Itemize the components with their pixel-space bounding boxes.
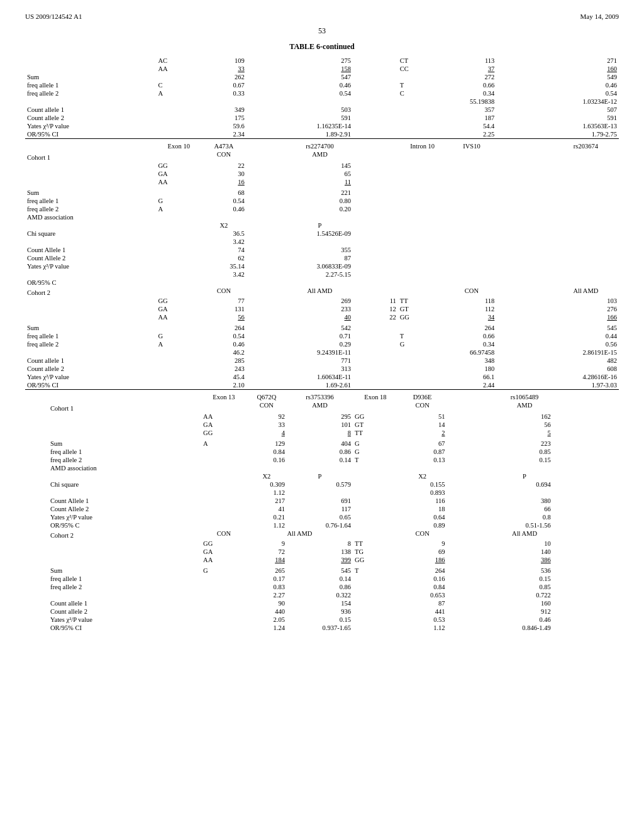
table-row: freq allele 2A 0.46 0.20 <box>25 205 619 213</box>
table-row: Sum 264 542 264 545 <box>25 324 619 332</box>
table-row: freq allele 2 0.16 0.14 T 0.13 0.15 <box>25 456 619 464</box>
table-row: Count Allele 1 74 355 <box>25 246 619 254</box>
table-row: GA 30 65 <box>25 170 619 178</box>
table-row: Sum A 129 404 G 67 223 <box>25 440 619 448</box>
table-row: Yates χ²/P value 0.21 0.65 0.64 0.8 <box>25 513 619 521</box>
table-row: OR/95% C <box>25 279 619 287</box>
table-row: OR/95% C 1.12 0.76-1.64 0.89 0.51-1.56 <box>25 521 619 529</box>
table-row: Count allele 1 285 771 348 482 <box>25 357 619 365</box>
table-row: Yates χ²/P value 2.05 0.15 0.53 0.46 <box>25 616 619 624</box>
table-row: Count Allele 2 62 87 <box>25 254 619 262</box>
table-row: Cohort 2 CON All AMD CON All AMD <box>25 529 619 540</box>
table-row: Sum 262 547 272 549 <box>25 73 619 81</box>
table-row: AC109 275 CT113 271 <box>25 57 619 65</box>
table-row: X2 P X2 P <box>25 472 619 480</box>
table-row: freq allele 2 A0.33 0.54 C0.34 0.54 <box>25 89 619 97</box>
table-row: AA 92 295 GG 51 162 <box>25 412 619 421</box>
table-row: AA33 158 CC37 160 <box>25 65 619 73</box>
table-row: OR/95% CI 1.24 0.937-1.65 1.12 0.846-1.4… <box>25 624 619 632</box>
table-row: GA 33 101 GT 14 56 <box>25 421 619 429</box>
table-row: 55.19838 1.03234E-12 <box>25 97 619 106</box>
table-row: freq allele 1 0.17 0.14 0.16 0.15 <box>25 575 619 583</box>
table-row: OR/95% CI 2.10 1.69-2.61 2.44 1.97-3.03 <box>25 381 619 390</box>
table-row: X2 P <box>25 221 619 230</box>
table-row: Cohort 1 CON AMD CON AMD <box>25 401 619 412</box>
table-row: Count allele 1 90 154 87 160 <box>25 599 619 607</box>
table-row: Cohort 2 CON All AMD CON All AMD <box>25 287 619 297</box>
table-row: AMD association <box>25 464 619 472</box>
page-header: US 2009/124542 A1 May 14, 2009 <box>25 13 619 20</box>
table-title: TABLE 6-continued <box>25 42 619 52</box>
table-row: AMD association <box>25 213 619 221</box>
table-row: freq allele 1G 0.54 0.71 T 0.66 0.44 <box>25 332 619 340</box>
table-row: GG 77 269 11 TT 118 103 <box>25 297 619 305</box>
table-row: Count allele 2 243 313 180 608 <box>25 365 619 373</box>
table-row: OR/95% CI 2.34 1.89-2.91 2.25 1.79-2.75 <box>25 130 619 139</box>
table-row: AA 16 11 <box>25 178 619 186</box>
table-row: Sum 68 221 <box>25 189 619 197</box>
table-row: freq allele 1 0.84 0.86 G 0.87 0.85 <box>25 448 619 456</box>
patent-number: US 2009/124542 A1 <box>25 13 82 20</box>
table-row: Count allele 2 440 936 441 912 <box>25 607 619 616</box>
table-row: freq allele 2A 0.46 0.29 G 0.34 0.56 <box>25 340 619 348</box>
table-row: 2.27 0.322 0.653 0.722 <box>25 591 619 599</box>
section2-header: Exon 13 Q672Q rs3753396 Exon 18 D936E rs… <box>25 393 619 401</box>
table-row: freq allele 1 C0.67 0.46 T0.66 0.46 <box>25 81 619 89</box>
table-row: GA 131 233 12 GT 112 276 <box>25 305 619 313</box>
table-row: Count Allele 2 41 117 18 66 <box>25 505 619 513</box>
table-row: Count Allele 1 217 691 116 380 <box>25 497 619 505</box>
table-row: AA 56 40 22 GG 34 166 <box>25 313 619 321</box>
table-row: Yates χ²/P value 45.4 1.60634E-11 66.1 4… <box>25 373 619 381</box>
table-row: 46.2 9.24391E-11 66.97458 2.86191E-15 <box>25 348 619 357</box>
table-row: Yates χ²/P value 59.6 1.16235E-14 54.4 1… <box>25 122 619 130</box>
table-row: Count allele 1 349 503 357 507 <box>25 106 619 114</box>
table-row: freq allele 2 0.83 0.86 0.84 0.85 <box>25 583 619 591</box>
table-row: 1.12 0.893 <box>25 489 619 497</box>
page-number: 53 <box>25 26 619 36</box>
section-header: Exon 10 A473A rs2274700 Intron 10 IVS10 … <box>25 142 619 150</box>
table-row: GA 72 138 TG 69 140 <box>25 548 619 556</box>
table-row: Cohort 1 CON AMD <box>25 150 619 162</box>
table-row: Count allele 2 175 591 187 591 <box>25 114 619 122</box>
table-row: 3.42 <box>25 238 619 246</box>
table-row: Sum G 265 545 T 264 536 <box>25 567 619 575</box>
table-row: Chi square 36.5 1.54526E-09 <box>25 230 619 238</box>
table-row: Yates χ²/P value 35.14 3.06833E-09 <box>25 262 619 270</box>
table-row: GG 22 145 <box>25 162 619 170</box>
table-row: GG 9 8 TT 9 10 <box>25 540 619 548</box>
table-row: 3.42 2.27-5.15 <box>25 270 619 279</box>
main-table: AC109 275 CT113 271 AA33 158 CC37 160 Su… <box>25 57 619 632</box>
date: May 14, 2009 <box>580 13 619 20</box>
table-row: Chi square 0.309 0.579 0.155 0.694 <box>25 480 619 489</box>
table-row: freq allele 1G 0.54 0.80 <box>25 197 619 205</box>
table-row: GG 4 8 TT 2 5 <box>25 429 619 437</box>
table-row: AA 184 399 GG 186 386 <box>25 556 619 564</box>
